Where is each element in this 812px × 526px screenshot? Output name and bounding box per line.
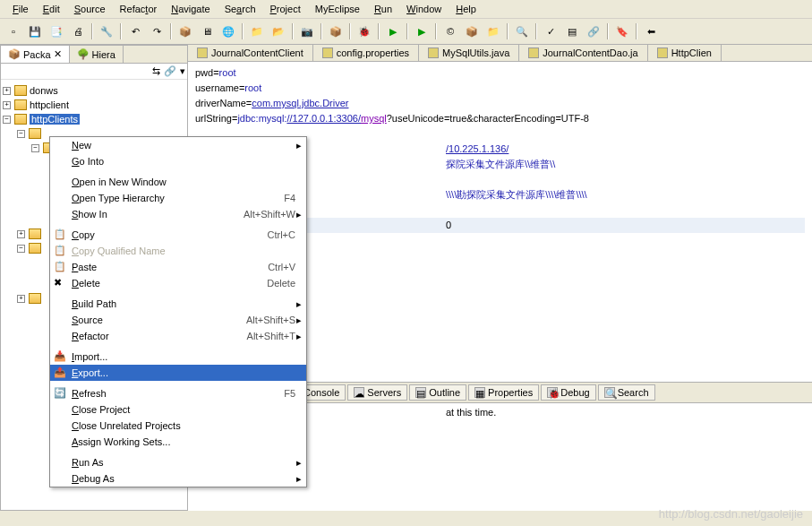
tree-node-httpclients[interactable]: −httpClients: [3, 112, 185, 126]
menu-item-refresh[interactable]: 🔄RefreshF5: [50, 385, 306, 401]
menu-item-copy[interactable]: 📋CopyCtrl+C: [50, 227, 306, 243]
menu-label: Debug As: [72, 473, 295, 484]
menu-source[interactable]: Source: [67, 2, 113, 16]
menu-run[interactable]: Run: [367, 2, 399, 16]
save-button[interactable]: 💾: [25, 22, 45, 41]
collapse-icon[interactable]: −: [3, 116, 11, 124]
menu-item-new[interactable]: New▸: [50, 137, 306, 153]
package-button[interactable]: 📦: [326, 22, 346, 41]
task-button[interactable]: ✓: [541, 22, 560, 41]
menu-item-run-as[interactable]: Run As▸: [50, 454, 306, 470]
prop-value: jdbc:mysql:: [237, 113, 286, 124]
menu-label: Paste: [72, 262, 250, 272]
new-folder-button[interactable]: 📁: [483, 22, 503, 41]
menu-icon: 📥: [54, 350, 66, 363]
tab-package-explorer[interactable]: 📦 Packa ✕: [1, 46, 70, 63]
menu-myeclipse[interactable]: MyEclipse: [308, 2, 367, 16]
menu-item-build-path[interactable]: Build Path▸: [50, 296, 306, 312]
menu-window[interactable]: Window: [399, 2, 449, 16]
collapse-all-icon[interactable]: ⇆: [152, 65, 160, 77]
filter-button[interactable]: ▤: [562, 22, 582, 41]
expand-icon[interactable]: +: [17, 295, 25, 303]
prop-key: urlString=: [195, 113, 237, 124]
expand-icon[interactable]: +: [3, 87, 11, 95]
bottom-tab-servers[interactable]: ☁Servers: [347, 384, 407, 401]
menu-item-delete[interactable]: ✖DeleteDelete: [50, 275, 306, 291]
menu-label: Close Unrelated Projects: [72, 420, 295, 431]
menu-item-import[interactable]: 📥Import...: [50, 349, 306, 365]
prop-value: root: [244, 82, 261, 93]
menu-item-go-into[interactable]: Go Into: [50, 153, 306, 169]
new-package-button[interactable]: 📦: [462, 22, 482, 41]
tree-node-donws[interactable]: +donws: [3, 83, 185, 98]
menu-navigate[interactable]: Navigate: [164, 2, 217, 16]
menu-help[interactable]: Help: [449, 2, 483, 16]
text-value: 0: [446, 220, 451, 230]
bottom-tab-properties[interactable]: ▦Properties: [468, 384, 539, 401]
menu-item-paste[interactable]: 📋PasteCtrl+V: [50, 259, 306, 275]
menu-item-show-in[interactable]: Show InAlt+Shift+W▸: [50, 206, 306, 222]
undo-button[interactable]: ↶: [125, 22, 145, 41]
menu-item-close-project[interactable]: Close Project: [50, 401, 306, 418]
tree-label: httpclient: [30, 99, 69, 110]
editor-tab[interactable]: HttpClien: [648, 45, 722, 61]
bottom-tab-search[interactable]: 🔍Search: [598, 384, 655, 401]
collapse-icon[interactable]: −: [17, 130, 25, 138]
run-button[interactable]: ▶: [383, 22, 403, 41]
menu-item-close-unrelated-projects[interactable]: Close Unrelated Projects: [50, 418, 306, 434]
link-editor-icon[interactable]: 🔗: [164, 65, 176, 77]
project-icon: [14, 99, 27, 110]
expand-icon[interactable]: +: [17, 230, 25, 238]
prop-key: pwd=: [195, 67, 219, 78]
new-button[interactable]: ▫: [4, 22, 23, 41]
source-folder-icon: [29, 128, 41, 139]
menu-search[interactable]: Search: [218, 2, 263, 16]
camera-button[interactable]: 📷: [297, 22, 317, 41]
deploy-button[interactable]: 📦: [175, 22, 195, 41]
bottom-tab-outline[interactable]: ▤Outline: [409, 384, 466, 401]
save-all-button[interactable]: 📑: [47, 22, 66, 41]
bottom-tab-debug[interactable]: 🐞Debug: [541, 384, 595, 401]
java-file-icon: [657, 47, 668, 58]
menu-item-source[interactable]: SourceAlt+Shift+S▸: [50, 312, 306, 328]
menu-icon: ✖: [54, 277, 66, 289]
menu-project[interactable]: Project: [263, 2, 308, 16]
run-last-button[interactable]: ▶: [412, 22, 432, 41]
menu-separator: [52, 383, 304, 384]
tool-button[interactable]: 🔧: [97, 22, 116, 41]
link-button[interactable]: 🔗: [584, 22, 603, 41]
menu-refactor[interactable]: Refactor: [113, 2, 165, 16]
print-button[interactable]: 🖨: [68, 22, 88, 41]
new-class-button[interactable]: ©: [440, 22, 460, 41]
folder-button[interactable]: 📁: [247, 22, 267, 41]
browser-button[interactable]: 🌐: [218, 22, 238, 41]
menu-item-refactor[interactable]: RefactorAlt+Shift+T▸: [50, 328, 306, 344]
menu-item-open-in-new-window[interactable]: Open in New Window: [50, 174, 306, 190]
menu-item-assign-working-sets[interactable]: Assign Working Sets...: [50, 434, 306, 450]
editor-tab[interactable]: JournalContentDao.ja: [519, 45, 647, 61]
tab-hierarchy[interactable]: 🌳 Hiera: [70, 46, 124, 63]
menu-item-debug-as[interactable]: Debug As▸: [50, 470, 306, 487]
collapse-icon[interactable]: −: [31, 144, 39, 152]
menu-item-open-type-hierarchy[interactable]: Open Type HierarchyF4: [50, 190, 306, 206]
server-button[interactable]: 🖥: [197, 22, 217, 41]
bookmark-button[interactable]: 🔖: [612, 22, 632, 41]
editor-tab[interactable]: MySqlUtils.java: [419, 45, 519, 61]
expand-icon[interactable]: +: [3, 101, 11, 109]
tree-node-httpclient[interactable]: +httpclient: [3, 98, 185, 112]
folder2-button[interactable]: 📂: [269, 22, 288, 41]
submenu-arrow-icon: ▸: [295, 331, 303, 342]
collapse-icon[interactable]: −: [17, 245, 25, 253]
editor-tab[interactable]: JournalContentClient: [188, 45, 313, 61]
menu-item-export[interactable]: 📤Export...: [50, 365, 306, 381]
debug-button[interactable]: 🐞: [355, 22, 374, 41]
editor-tab[interactable]: config.properties: [313, 45, 419, 61]
menu-file[interactable]: File: [5, 2, 36, 16]
menu-edit[interactable]: Edit: [36, 2, 67, 16]
open-type-button[interactable]: 🔍: [512, 22, 532, 41]
redo-button[interactable]: ↷: [147, 22, 167, 41]
menu-shortcut: Alt+Shift+S: [246, 315, 295, 325]
view-menu-icon[interactable]: ▾: [180, 65, 185, 77]
menu-label: Copy Qualified Name: [72, 246, 295, 256]
back-button[interactable]: ⬅: [641, 22, 661, 41]
